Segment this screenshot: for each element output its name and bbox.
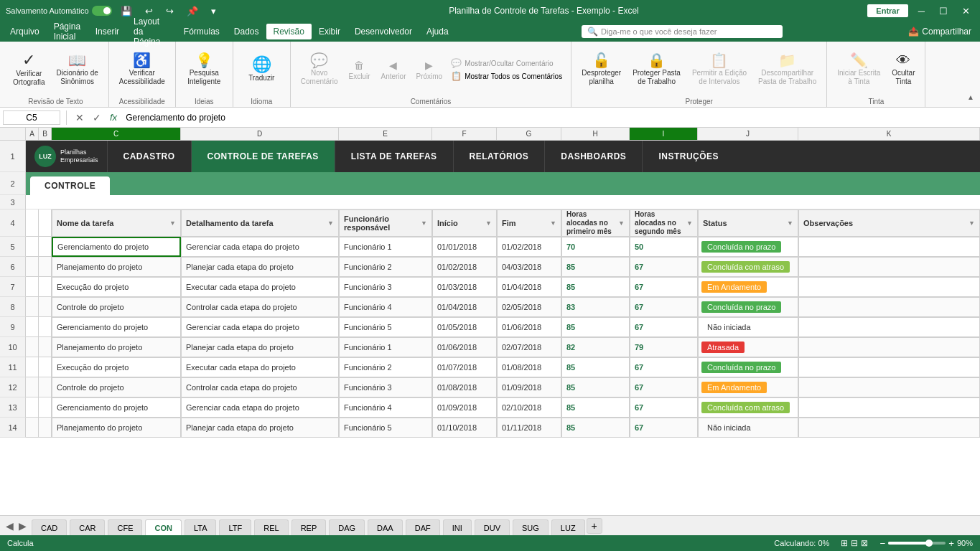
novo-comentario-btn[interactable]: 💬 NovoComentário [297, 50, 342, 89]
cell-hours1-14[interactable]: 85 [561, 418, 630, 438]
minimize-btn[interactable]: ─ [914, 4, 929, 18]
cell-employee-8[interactable]: Funcionário 4 [339, 297, 432, 317]
col-header-b[interactable]: B [39, 128, 52, 140]
menu-item-inserir[interactable]: Inserir [88, 24, 126, 39]
permitir-edicao-btn[interactable]: 📋 Permitir a Ediçãode Intervalos [688, 50, 751, 89]
cell-end-13[interactable]: 02/10/2018 [497, 397, 561, 418]
zoom-out-btn[interactable]: − [879, 538, 885, 549]
header-hours2-dropdown[interactable]: ▼ [686, 220, 693, 227]
view-custom-btn[interactable]: ⊠ [861, 538, 868, 548]
cell-reference-input[interactable] [3, 110, 60, 125]
cell-obs-11[interactable] [798, 357, 980, 377]
cell-employee-9[interactable]: Funcionário 5 [339, 317, 432, 337]
verificar-acessibilidade-btn[interactable]: ♿ VerificarAcessibilidade [115, 50, 169, 89]
menu-item-fórmulas[interactable]: Fórmulas [177, 24, 227, 39]
sheet-tab-sug[interactable]: SUG [513, 519, 549, 535]
cell-hours2-14[interactable]: 67 [630, 418, 698, 438]
cell-obs-7[interactable] [798, 277, 980, 297]
row-num-2[interactable]: 2 [0, 172, 26, 195]
iniciar-escrita-btn[interactable]: ✏️ Iniciar Escritaà Tinta [833, 50, 885, 89]
cell-a12[interactable] [26, 377, 39, 397]
row-num-3[interactable]: 3 [0, 195, 26, 209]
col-header-h[interactable]: H [561, 128, 630, 140]
add-sheet-btn[interactable]: + [587, 518, 602, 534]
header-task-dropdown[interactable]: ▼ [169, 220, 176, 227]
proteger-pasta-btn[interactable]: 🔒 Proteger Pastade Trabalho [628, 50, 685, 89]
cell-employee-6[interactable]: Funcionário 2 [339, 257, 432, 277]
col-header-f[interactable]: F [432, 128, 497, 140]
sub-tab-controle[interactable]: CONTROLE [30, 176, 110, 195]
confirm-formula-btn[interactable]: ✓ [90, 110, 104, 125]
dicionario-sinonimos-btn[interactable]: 📖 Dicionário deSinônimos [52, 50, 102, 89]
cell-detail-5[interactable]: Gerenciar cada etapa do projeto [181, 237, 339, 257]
restore-btn[interactable]: ☐ [935, 4, 952, 18]
cell-employee-5[interactable]: Funcionário 1 [339, 237, 432, 257]
cell-status-9[interactable]: Não iniciada [698, 317, 798, 337]
cell-a6[interactable] [26, 257, 39, 277]
cell-hours1-8[interactable]: 83 [561, 297, 630, 317]
cell-hours1-12[interactable]: 85 [561, 377, 630, 397]
cell-employee-10[interactable]: Funcionário 1 [339, 337, 432, 357]
ribbon-expand-btn[interactable]: ▲ [967, 93, 974, 101]
cell-employee-12[interactable]: Funcionário 3 [339, 377, 432, 397]
cell-end-5[interactable]: 01/02/2018 [497, 237, 561, 257]
view-page-btn[interactable]: ⊟ [851, 538, 858, 548]
zoom-slider[interactable] [925, 540, 933, 547]
cell-b8[interactable] [39, 297, 52, 317]
proximo-btn[interactable]: ▶ Próximo [412, 57, 447, 83]
cell-detail-11[interactable]: Executar cada etapa do projeto [181, 357, 339, 377]
cell-detail-9[interactable]: Gerenciar cada etapa do projeto [181, 317, 339, 337]
cell-b9[interactable] [39, 317, 52, 337]
cell-start-7[interactable]: 01/03/2018 [432, 277, 497, 297]
zoom-in-btn[interactable]: + [948, 538, 954, 549]
verificar-ortografia-btn[interactable]: ✓ VerificarOrtografia [9, 50, 49, 90]
cell-b11[interactable] [39, 357, 52, 377]
cell-hours1-13[interactable]: 85 [561, 397, 630, 418]
row-num-6[interactable]: 6 [0, 257, 26, 277]
row-num-14[interactable]: 14 [0, 418, 26, 438]
nav-tab-cadastro[interactable]: CADASTRO [108, 141, 192, 172]
sheet-tab-cfe[interactable]: CFE [108, 519, 142, 535]
col-header-i[interactable]: I [630, 128, 698, 140]
cell-hours2-12[interactable]: 67 [630, 377, 698, 397]
cell-a10[interactable] [26, 337, 39, 357]
cell-start-12[interactable]: 01/08/2018 [432, 377, 497, 397]
cell-hours1-6[interactable]: 85 [561, 257, 630, 277]
cell-b13[interactable] [39, 397, 52, 418]
cell-status-14[interactable]: Não iniciada [698, 418, 798, 438]
header-employee-dropdown[interactable]: ▼ [421, 220, 427, 227]
header-status-dropdown[interactable]: ▼ [787, 220, 793, 227]
cell-hours2-11[interactable]: 67 [630, 357, 698, 377]
cell-employee-13[interactable]: Funcionário 4 [339, 397, 432, 418]
row-num-8[interactable]: 8 [0, 297, 26, 317]
cell-hours1-7[interactable]: 85 [561, 277, 630, 297]
cell-a7[interactable] [26, 277, 39, 297]
cell-start-5[interactable]: 01/01/2018 [432, 237, 497, 257]
cell-obs-10[interactable] [798, 337, 980, 357]
row-num-4[interactable]: 4 [0, 209, 26, 237]
sheet-tab-cad[interactable]: CAD [32, 519, 67, 535]
menu-item-dados[interactable]: Dados [227, 24, 266, 39]
row-num-1[interactable]: 1 [0, 141, 26, 172]
header-start-dropdown[interactable]: ▼ [485, 220, 492, 227]
cell-hours2-8[interactable]: 67 [630, 297, 698, 317]
row-num-11[interactable]: 11 [0, 357, 26, 377]
cell-task-11[interactable]: Execução do projeto [52, 357, 181, 377]
cell-a13[interactable] [26, 397, 39, 418]
cell-obs-5[interactable] [798, 237, 980, 257]
col-header-a[interactable]: A [26, 128, 39, 140]
cell-hours2-10[interactable]: 79 [630, 337, 698, 357]
cell-end-7[interactable]: 01/04/2018 [497, 277, 561, 297]
cell-a8[interactable] [26, 297, 39, 317]
menu-item-exibir[interactable]: Exibir [312, 24, 347, 39]
row-num-7[interactable]: 7 [0, 277, 26, 297]
cell-start-6[interactable]: 01/02/2018 [432, 257, 497, 277]
desproteger-planilha-btn[interactable]: 🔓 Desprotegerplanilha [577, 50, 625, 89]
sheet-tab-rel[interactable]: REL [254, 519, 288, 535]
cell-start-13[interactable]: 01/09/2018 [432, 397, 497, 418]
cancel-formula-btn[interactable]: ✕ [73, 110, 87, 125]
cell-task-14[interactable]: Planejamento do projeto [52, 418, 181, 438]
cell-a14[interactable] [26, 418, 39, 438]
menu-item-página-inicial[interactable]: Página Inicial [47, 19, 88, 44]
formula-input[interactable] [123, 113, 977, 123]
